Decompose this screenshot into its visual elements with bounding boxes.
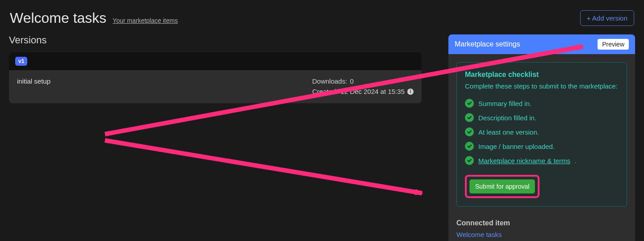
checklist-item-label: Description filled in.: [478, 114, 536, 122]
check-icon: [465, 113, 474, 122]
checklist-item-trailing: .: [575, 157, 577, 165]
created-value: 12 Dec 2024 at 15:35: [341, 88, 405, 95]
version-badge: v1: [15, 57, 27, 66]
checklist-item: Marketplace nickname & terms.: [465, 156, 619, 165]
breadcrumb-link[interactable]: Your marketplace items: [113, 17, 178, 24]
created-label: Created:: [312, 88, 338, 95]
checklist-item-link[interactable]: Marketplace nickname & terms: [478, 157, 570, 165]
add-version-button[interactable]: + Add version: [580, 10, 634, 26]
page-title: Welcome tasks: [10, 10, 106, 26]
versions-heading: Versions: [9, 34, 422, 46]
check-icon: [465, 127, 474, 136]
checklist-item-label: At least one version.: [478, 128, 539, 136]
checklist-item: Summary filled in.: [465, 99, 619, 108]
connected-item-link[interactable]: Welcome tasks: [456, 231, 502, 238]
preview-button[interactable]: Preview: [598, 39, 629, 50]
info-icon[interactable]: i: [407, 89, 414, 95]
connected-item-heading: Connected item: [456, 219, 627, 227]
checklist-item: At least one version.: [465, 127, 619, 136]
checklist-item: Image / banner uploaded.: [465, 142, 619, 151]
downloads-value: 0: [350, 77, 353, 85]
version-name: initial setup: [17, 77, 50, 85]
marketplace-settings-panel: Marketplace settings Preview Marketplace…: [448, 34, 635, 241]
checklist-heading: Marketplace checklist: [465, 71, 619, 79]
submit-for-approval-button[interactable]: Submit for approval: [469, 179, 535, 194]
submit-highlight: Submit for approval: [465, 175, 539, 198]
version-created: Created: 12 Dec 2024 at 15:35 i: [312, 88, 414, 95]
check-icon: [465, 142, 474, 151]
check-icon: [465, 99, 474, 108]
checklist-item: Description filled in.: [465, 113, 619, 122]
panel-title: Marketplace settings: [455, 40, 520, 48]
version-card[interactable]: v1 initial setup Downloads: 0 Created: 1…: [9, 52, 422, 103]
check-icon: [465, 156, 474, 165]
checklist-box: Marketplace checklist Complete these ste…: [456, 62, 627, 207]
checklist-item-label: Image / banner uploaded.: [478, 143, 555, 150]
checklist-item-label: Summary filled in.: [478, 100, 531, 107]
version-downloads: Downloads: 0: [312, 77, 414, 85]
checklist-sub: Complete these steps to submit to the ma…: [465, 81, 619, 91]
downloads-label: Downloads:: [312, 77, 347, 85]
